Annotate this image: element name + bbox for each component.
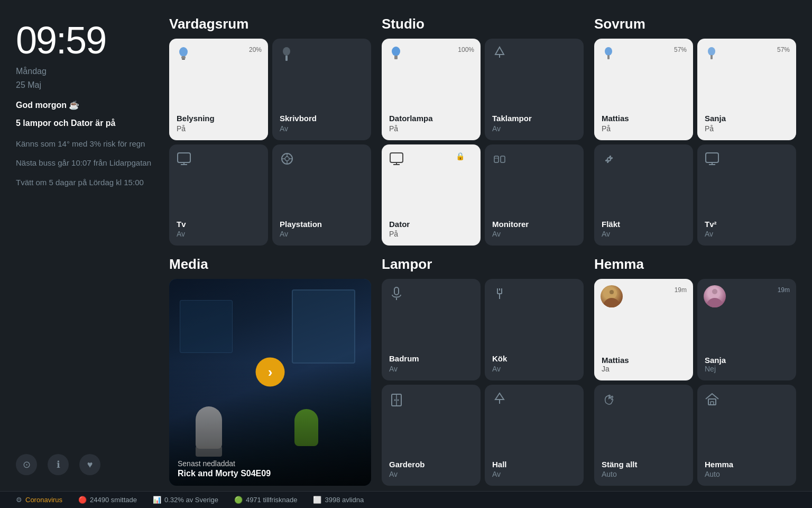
svg-point-27	[708, 47, 715, 56]
infected-icon: 🔴	[78, 496, 87, 504]
monitorer-name: Monitorer	[492, 219, 576, 230]
svg-point-4	[283, 47, 290, 56]
tile-flakt[interactable]: Fläkt Av	[594, 144, 693, 246]
kok-status: Av	[492, 365, 576, 373]
tile-taklampor[interactable]: Taklampor Av	[485, 39, 584, 140]
tile-mattias-lamp[interactable]: 57% Mattias På	[594, 39, 693, 140]
datorlampa-percent: 100%	[458, 46, 474, 53]
tile-badrum[interactable]: Badrum Av	[382, 279, 481, 380]
garderob-status: Av	[389, 470, 473, 478]
tile-stang-allt[interactable]: Stäng allt Auto	[594, 385, 693, 486]
monitorer-icon	[492, 152, 507, 170]
tile-skrivbord[interactable]: Skrivbord Av	[272, 39, 371, 140]
tile-kok[interactable]: Kök Av	[485, 279, 584, 380]
svg-marker-17	[495, 47, 504, 55]
skrivbord-status: Av	[280, 124, 364, 133]
laundry-info: Tvätt om 5 dagar på Lördag kl 15:00	[16, 177, 159, 189]
svg-rect-2	[182, 59, 185, 60]
lampor-grid: Badrum Av	[382, 279, 584, 486]
hand-wave-icon	[602, 392, 616, 411]
mattias-person-name: Mattias	[602, 356, 686, 365]
deceased-value: 3998 avlidna	[325, 496, 364, 504]
tv2-icon	[705, 152, 719, 169]
media-tile[interactable]: › Senast nedladdat Rick and Morty S04E09	[169, 279, 371, 486]
garderob-name: Garderob	[389, 459, 473, 470]
recovered-value: 4971 tillfrisknade	[246, 496, 298, 504]
hemma-title: Hemma	[594, 256, 796, 273]
tile-monitorer[interactable]: Monitorer Av	[485, 144, 584, 246]
person-tile-mattias[interactable]: 19m Mattias Ja	[594, 279, 693, 380]
tile-hemma-action[interactable]: Hemma Auto	[697, 385, 796, 486]
mattias-lamp-icon	[602, 46, 615, 66]
svg-rect-22	[494, 156, 499, 162]
plex-icon: ›	[256, 357, 285, 386]
date-info: Måndag 25 Maj	[16, 65, 159, 92]
hall-icon	[492, 392, 507, 411]
studio-section: Studio 100% Datorlampa På	[382, 16, 584, 246]
rooms-row-bottom: Media › Senast nedladdat	[169, 256, 796, 486]
weather-info: Känns som 14° med 3% risk för regn	[16, 138, 159, 150]
hall-name: Hall	[492, 459, 576, 470]
fan-icon	[602, 152, 616, 170]
media-title: Media	[169, 256, 371, 273]
badrum-status: Av	[389, 365, 473, 373]
taklampor-name: Taklampor	[492, 113, 576, 124]
tile-hall[interactable]: Hall Av	[485, 385, 584, 486]
mattias-lamp-status: På	[602, 124, 686, 133]
right-content: Vardagsrum 20% Belysning P	[169, 16, 796, 486]
tv-name: Tv	[177, 219, 261, 230]
status-active: 5 lampor och Dator är på	[16, 117, 159, 129]
chart-icon: 📊	[153, 496, 161, 504]
tile-tv2[interactable]: Tv² Av	[697, 144, 796, 246]
kok-name: Kök	[492, 353, 576, 364]
stang-allt-name: Stäng allt	[602, 459, 686, 470]
svg-rect-28	[710, 55, 713, 59]
svg-marker-44	[495, 393, 504, 400]
vardagsrum-title: Vardagsrum	[169, 16, 371, 32]
svg-rect-26	[607, 55, 610, 59]
date-label: 25 Maj	[16, 78, 159, 92]
studio-grid: 100% Datorlampa På Taklampor	[382, 39, 584, 246]
status-coronavirus: ⚙ Coronavirus	[16, 496, 62, 504]
tv-icon	[177, 152, 191, 169]
tile-datorlampa[interactable]: 100% Datorlampa På	[382, 39, 481, 140]
taklampor-icon	[492, 46, 507, 65]
playstation-name: Playstation	[280, 219, 364, 230]
tile-dator[interactable]: 🔒 Dator På	[382, 144, 481, 246]
bottom-icon-3[interactable]: ♥	[79, 454, 100, 475]
avatar-mattias	[601, 285, 623, 307]
svg-point-43	[398, 399, 399, 401]
tile-garderob[interactable]: Garderob Av	[382, 385, 481, 486]
tile-belysning[interactable]: 20% Belysning På	[169, 39, 268, 140]
tv2-name: Tv²	[705, 219, 789, 230]
badrum-icon	[389, 286, 404, 305]
person-tile-sanja[interactable]: 19m Sanja Nej	[697, 279, 796, 380]
svg-rect-33	[394, 287, 399, 295]
status-deceased: ⬜ 3998 avlidna	[313, 496, 364, 504]
bottom-icon-2[interactable]: ℹ	[48, 454, 69, 475]
svg-point-48	[610, 290, 614, 294]
tile-sanja-lamp[interactable]: 57% Sanja På	[697, 39, 796, 140]
svg-point-15	[392, 47, 400, 56]
datorlampa-status: På	[389, 124, 473, 133]
skrivbord-name: Skrivbord	[280, 113, 364, 124]
tile-tv[interactable]: Tv Av	[169, 144, 268, 246]
sanja-lamp-icon	[705, 46, 718, 66]
home-icon	[705, 392, 719, 410]
belysning-status: På	[177, 124, 261, 133]
ps-icon	[280, 152, 294, 169]
sovrum-grid: 57% Mattias På 57% Sanja	[594, 39, 796, 246]
infected-value: 24490 smittade	[90, 496, 137, 504]
svg-point-0	[179, 47, 188, 57]
sovrum-title: Sovrum	[594, 16, 796, 32]
dator-name: Dator	[389, 219, 473, 230]
mattias-person-status: Ja	[602, 365, 686, 373]
sanja-lamp-status: På	[705, 124, 789, 133]
tile-playstation[interactable]: Playstation Av	[272, 144, 371, 246]
dator-icon	[389, 152, 404, 169]
bottom-icon-1[interactable]: ⊙	[16, 454, 37, 475]
svg-point-50	[706, 298, 723, 307]
sanja-time: 19m	[778, 286, 790, 294]
mattias-lamp-percent: 57%	[674, 46, 687, 53]
sanja-lamp-percent: 57%	[777, 46, 790, 53]
